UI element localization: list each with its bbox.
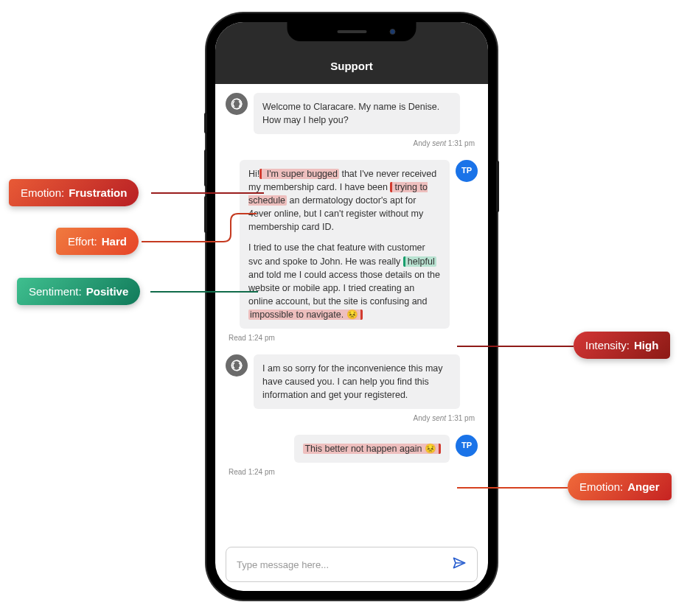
highlight-sentiment: helpful [403,256,436,267]
message-bubble: I am so sorry for the inconvenience this… [254,354,460,409]
user-avatar: TP [456,160,478,182]
page-title: Support [330,60,373,72]
highlight-intensity: impossible to navigate. 😣 [248,309,363,320]
message-meta: Read 1:24 pm [226,333,478,344]
message-bubble: Welcome to Claracare. My name is Denise.… [254,93,460,134]
message-meta: Andy sent 1:31 pm [226,413,478,424]
message-text: Welcome to Claracare. My name is Denise.… [262,102,439,125]
highlight-emotion: I'm super bugged [259,169,339,179]
message-paragraph: I tried to use the chat feature with cus… [248,241,441,321]
annotation-pill-effort: Effort: Hard [56,228,139,255]
phone-side-button [204,150,207,186]
phone-screen: Support Welcome to Claracare. My name is… [215,22,488,591]
highlight-anger: This better not happen again 😣 [303,444,441,454]
message-row-customer: This better not happen again 😣 TP [226,435,478,463]
agent-avatar [226,93,248,115]
phone-side-button [496,161,499,212]
message-row-agent: I am so sorry for the inconvenience this… [226,354,478,409]
annotation-pill-sentiment: Sentiment: Positive [17,278,140,305]
phone-side-button [204,113,207,133]
message-bubble: This better not happen again 😣 [294,435,450,463]
phone-side-button [204,196,207,233]
phone-frame: Support Welcome to Claracare. My name is… [206,13,497,600]
chat-area: Welcome to Claracare. My name is Denise.… [215,84,488,533]
message-bubble: Hi! I'm super bugged that I've never rec… [240,160,450,329]
message-meta: Andy sent 1:31 pm [226,139,478,150]
user-avatar: TP [456,435,478,457]
agent-avatar [226,354,248,377]
message-text: I am so sorry for the inconvenience this… [262,363,443,400]
message-row-customer: Hi! I'm super bugged that I've never rec… [226,160,478,329]
message-meta: Read 1:24 pm [226,467,478,478]
message-row-agent: Welcome to Claracare. My name is Denise.… [226,93,478,134]
annotation-pill-anger: Emotion: Anger [568,473,672,500]
compose-placeholder: Type message here... [237,559,452,570]
message-paragraph: Hi! I'm super bugged that I've never rec… [248,167,441,234]
phone-notch [288,22,417,41]
compose-input[interactable]: Type message here... [226,547,478,582]
annotation-pill-intensity: Intensity: High [574,332,670,359]
send-icon[interactable] [452,556,467,573]
annotation-pill-frustration: Emotion: Frustration [9,179,139,206]
